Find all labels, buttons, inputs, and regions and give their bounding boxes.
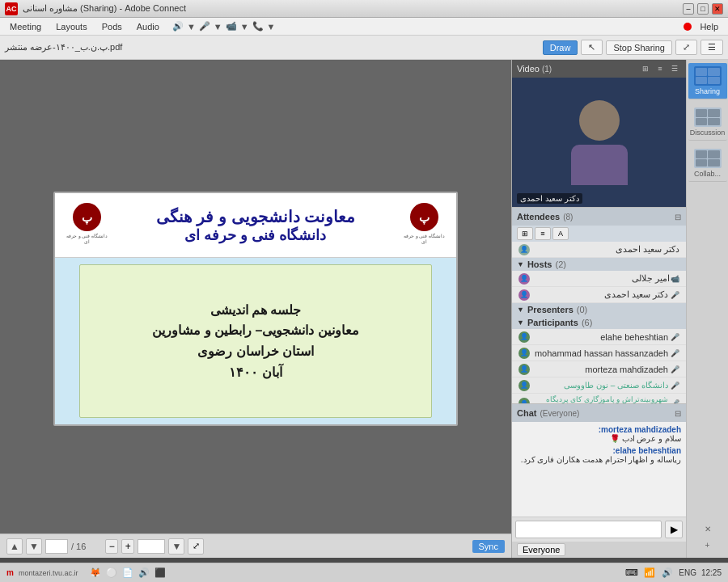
browser-chrome-icon[interactable]: ⚪ — [105, 567, 118, 580]
pdf-icon[interactable]: 📄 — [121, 567, 134, 580]
pointer-button[interactable]: ↖ — [581, 40, 603, 55]
attendee-icon: 👤 — [518, 244, 530, 255]
status-url: montazeri.tvu.ac.ir — [19, 569, 78, 577]
slide-content: پ دانشگاه فنی و حرفه ای معاونت دانشجویی … — [53, 192, 458, 426]
minimize-button[interactable]: – — [683, 3, 694, 15]
video-options[interactable]: ☰ — [668, 62, 681, 75]
close-button[interactable]: ✕ — [712, 3, 723, 15]
chat-message-0: morteza mahdizadeh: سلام و عرض ادب 🌹 — [517, 425, 681, 443]
hosts-count: (2) — [555, 259, 565, 269]
participants-count: (6) — [582, 318, 592, 327]
attendees-options[interactable]: ⊟ — [675, 213, 681, 221]
volume-icon[interactable]: 🔊 — [661, 567, 674, 580]
chat-input-area: ▶ — [512, 517, 686, 542]
attendees-header: Attendees (8) ⊟ — [512, 208, 686, 226]
attendees-count: (8) — [563, 213, 573, 221]
keyboard-icon[interactable]: ⌨ — [625, 567, 638, 580]
pdf-filename: پ.ن.ب_۱۴۰۰-عرضه منتشر.pdf — [5, 42, 122, 53]
participants-label: Participants — [527, 318, 578, 327]
slide-title-sub: دانشگاه فنی و حرفه ای — [156, 226, 355, 244]
attendees-grid-view[interactable]: ⊞ — [517, 227, 533, 240]
chat-send-button[interactable]: ▶ — [665, 521, 683, 538]
chat-text-1: ریاساله و اظهار احترام هدمت هکاران فاری … — [517, 455, 681, 464]
collab-panel-button[interactable]: Collab... — [688, 146, 727, 182]
maximize-button[interactable]: □ — [697, 3, 709, 15]
slide-title-main: معاونت دانشجویی و فر هنگی — [156, 207, 355, 226]
participant-mic-0: 🎤 — [670, 332, 679, 342]
terminal-icon[interactable]: ⬛ — [154, 567, 167, 580]
slide-navigation: ▲ ▼ 2 / 16 − + 75% ▼ ⤢ Sync — [0, 534, 511, 558]
right-expand-button[interactable]: + — [701, 538, 714, 551]
attendees-view-controls: ⊞ ≡ A — [512, 226, 686, 242]
attendee-name-waiting: دکتر سعید احمدی — [533, 244, 679, 255]
fit-button[interactable]: ⤢ — [675, 40, 697, 55]
stop-sharing-button[interactable]: Stop Sharing — [606, 40, 672, 55]
sharing-panel-button[interactable]: Sharing — [688, 63, 727, 99]
fit-page-button[interactable]: ⤢ — [188, 538, 204, 555]
video-grid-view[interactable]: ⊞ — [639, 62, 652, 75]
zoom-in-button[interactable]: + — [121, 539, 134, 554]
video-count: (1) — [542, 65, 552, 74]
browser-firefox-icon[interactable]: 🦊 — [89, 567, 102, 580]
menu-bar: Meeting Layouts Pods Audio 🔊 ▼ 🎤 ▼ 📹 ▼ 📞… — [0, 18, 728, 36]
discussion-panel-button[interactable]: Discussion — [688, 104, 727, 141]
slide-body-line4: آبان ۱۴۰۰ — [229, 362, 281, 383]
zoom-out-button[interactable]: − — [105, 539, 118, 554]
video-list-view[interactable]: ≡ — [654, 62, 667, 75]
chat-everyone-label: (Everyone) — [540, 409, 579, 418]
attendees-name-view[interactable]: A — [552, 227, 569, 240]
menu-layouts[interactable]: Layouts — [49, 20, 94, 33]
speaker-icon[interactable]: 🔊 — [138, 567, 150, 580]
prev-page-button[interactable]: ▲ — [6, 538, 23, 555]
chat-options[interactable]: ⊟ — [675, 409, 681, 418]
attendees-list-view[interactable]: ≡ — [535, 227, 551, 240]
menu-pods[interactable]: Pods — [95, 20, 129, 33]
next-page-button[interactable]: ▼ — [26, 538, 42, 555]
participant-name-4: شهروبینه‌تراش و پاموزگاری کای پردیگاه یک… — [533, 395, 668, 403]
menu-audio[interactable]: Audio — [130, 20, 166, 33]
video-feed — [512, 78, 686, 207]
collab-label: Collab... — [694, 170, 721, 178]
main-area: ▶ ✏ ⌫ T □ ↩ ↪ ⋮ ◀ پ دانشگاه فنی و حرفه ا… — [0, 60, 728, 558]
host-avatar-0: 👤 — [518, 273, 530, 285]
slide-header: پ دانشگاه فنی و حرفه ای معاونت دانشجویی … — [55, 193, 456, 258]
language-indicator: ENG — [679, 568, 696, 577]
zoom-input[interactable]: 75% — [138, 539, 165, 554]
slide-logo-right: پ دانشگاه فنی و حرفه ای — [402, 203, 447, 247]
everyone-dropdown-button[interactable]: Everyone — [517, 543, 565, 556]
slide-body-line3: استان خراسان رضوی — [197, 341, 314, 362]
participant-name-2: morteza mahdizadeh — [533, 365, 668, 374]
host-mic-1: 🎤 — [670, 290, 679, 300]
zoom-dropdown-button[interactable]: ▼ — [168, 538, 184, 555]
host-name-1: دکتر سعید احمدی — [533, 289, 668, 300]
sync-button[interactable]: Sync — [472, 540, 505, 553]
network-icon[interactable]: 📶 — [643, 567, 656, 580]
slide-body: جلسه هم اندیشی معاونین دانشجویی– رابطین … — [79, 264, 432, 418]
chat-sender-1: elahe beheshtian: — [517, 446, 681, 455]
page-number-input[interactable]: 2 — [45, 539, 68, 554]
clock: 12:25 — [701, 568, 722, 577]
toolbar: پ.ن.ب_۱۴۰۰-عرضه منتشر.pdf Draw ↖ Stop Sh… — [0, 36, 728, 60]
chat-title: Chat — [517, 408, 536, 418]
hosts-group-header[interactable]: ▼ Hosts (2) — [512, 258, 686, 271]
slide-body-line2: معاونین دانشجویی– رابطین و مشاورین — [152, 320, 359, 341]
menu-options-button[interactable]: ☰ — [700, 40, 723, 55]
draw-button[interactable]: Draw — [543, 40, 578, 55]
chat-recipient-area: Everyone — [512, 542, 686, 558]
attendees-section: Attendees (8) ⊟ ⊞ ≡ A 👤 دک — [512, 207, 686, 403]
chat-input[interactable] — [515, 521, 662, 538]
host-item-0: 👤 امیر جلالی 📹 — [512, 271, 686, 287]
participant-item-1: 👤 mohammad hassan hassanzadeh 🎤 — [512, 345, 686, 361]
menu-meeting[interactable]: Meeting — [3, 20, 48, 33]
participant-item-2: 👤 morteza mahdizadeh 🎤 — [512, 361, 686, 377]
chat-sender-0: morteza mahdizadeh: — [517, 425, 681, 434]
presenters-group-header[interactable]: ▼ Presenters (0) — [512, 303, 686, 316]
title-bar: AC مشاوره اسنانی (Sharing) - Adobe Conne… — [0, 0, 728, 18]
person-figure — [571, 100, 628, 185]
window-title: مشاوره اسنانی (Sharing) - Adobe Connect — [23, 3, 186, 14]
participants-group-header[interactable]: ▼ Participants (6) — [512, 316, 686, 329]
menu-help[interactable]: Help — [693, 20, 725, 33]
right-close-button[interactable]: ✕ — [701, 522, 714, 535]
app-logo-text: AC — [6, 5, 17, 13]
presenters-count: (0) — [577, 305, 587, 314]
